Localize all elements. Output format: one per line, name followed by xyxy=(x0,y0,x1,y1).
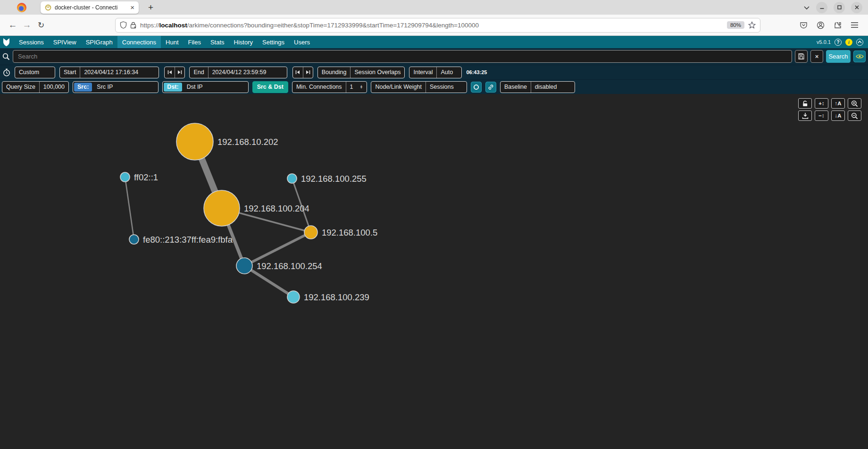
network-graph-canvas[interactable]: 192.168.10.202ff02::1192.168.100.255192.… xyxy=(0,94,868,449)
query-size-select[interactable]: 100,000 xyxy=(40,82,68,93)
zoom-out-icon[interactable] xyxy=(848,110,861,121)
graph-node[interactable] xyxy=(304,226,317,239)
window-minimize-button[interactable] xyxy=(816,2,827,13)
decrease-font-icon[interactable]: ↓A xyxy=(831,110,845,121)
graph-node[interactable] xyxy=(287,174,297,183)
graph-node[interactable] xyxy=(287,291,300,303)
baseline-group: Baseline disabled xyxy=(500,81,575,93)
new-tab-button[interactable]: + xyxy=(148,3,153,12)
version-label: v5.0.1 xyxy=(817,39,831,45)
arkime-navbar: Sessions SPIView SPIGraph Connections Hu… xyxy=(0,36,868,48)
nav-item-connections[interactable]: Connections xyxy=(117,36,161,48)
help-icon[interactable]: ? xyxy=(835,39,842,46)
graph-node[interactable] xyxy=(120,172,130,182)
baseline-select[interactable]: disabled xyxy=(531,82,575,93)
graph-node[interactable] xyxy=(176,123,213,160)
url-scheme: https:// xyxy=(140,22,159,29)
window-maximize-button[interactable] xyxy=(834,2,845,13)
url-bar[interactable]: https://localhost/arkime/connections?bou… xyxy=(115,18,760,33)
graph-node-label: ff02::1 xyxy=(134,172,158,182)
graph-node-label: 192.168.10.202 xyxy=(217,137,278,147)
nav-item-spiview[interactable]: SPIView xyxy=(49,36,81,48)
view-visibility-button[interactable] xyxy=(853,51,866,62)
pocket-icon[interactable] xyxy=(800,21,808,29)
step-back-icon[interactable] xyxy=(293,67,303,78)
graph-node-label: fe80::213:37ff:fea9:fbfa xyxy=(143,235,233,245)
end-time-input[interactable] xyxy=(212,69,283,76)
graph-node[interactable] xyxy=(236,258,252,274)
tracking-shield-icon[interactable] xyxy=(120,21,127,29)
min-connections-input[interactable] xyxy=(350,84,358,90)
connections-graph[interactable]: 192.168.10.202ff02::1192.168.100.255192.… xyxy=(0,94,868,449)
end-label: End xyxy=(190,67,208,78)
nav-item-hunt[interactable]: Hunt xyxy=(161,36,183,48)
window-close-button[interactable] xyxy=(851,2,862,13)
bounding-select[interactable]: Session Overlaps xyxy=(351,67,404,78)
graph-link[interactable] xyxy=(125,177,134,239)
browser-tab-bar: docker-cluster - Connecti × + xyxy=(0,0,868,15)
decrease-node-size-icon[interactable]: −↕ xyxy=(815,110,828,121)
src-and-dst-button[interactable]: Src & Dst xyxy=(252,81,288,93)
bookmark-star-icon[interactable] xyxy=(748,21,756,29)
extensions-puzzle-icon[interactable] xyxy=(834,21,842,29)
interval-select[interactable]: Auto xyxy=(437,67,461,78)
firefox-app-icon[interactable] xyxy=(17,3,26,12)
increase-node-size-icon[interactable]: +↕ xyxy=(815,98,828,109)
zoom-in-icon[interactable] xyxy=(848,98,861,109)
nav-item-spigraph[interactable]: SPIGraph xyxy=(81,36,117,48)
url-text[interactable]: https://localhost/arkime/connections?bou… xyxy=(140,22,723,29)
graph-node[interactable] xyxy=(129,235,139,244)
graph-node-label: 192.168.100.239 xyxy=(304,292,369,302)
dst-field-group: Dst: Dst IP xyxy=(162,81,248,93)
page-zoom-badge[interactable]: 80% xyxy=(727,21,744,29)
spinner-arrows-icon[interactable]: ▲▼ xyxy=(360,85,363,89)
time-range-icon[interactable] xyxy=(3,68,10,76)
step-forward-icon[interactable] xyxy=(303,67,313,78)
unlock-icon[interactable] xyxy=(798,98,812,109)
menu-hamburger-icon[interactable] xyxy=(851,22,859,28)
start-time-input[interactable] xyxy=(84,69,155,76)
min-connections-group: Min. Connections ▲▼ xyxy=(292,81,367,93)
increase-font-icon[interactable]: ↑A xyxy=(831,98,845,109)
min-connections-stepper[interactable]: ▲▼ xyxy=(346,82,367,93)
nav-item-files[interactable]: Files xyxy=(184,36,206,48)
save-view-button[interactable] xyxy=(795,50,808,63)
clear-search-button[interactable]: × xyxy=(810,50,823,63)
nav-item-users[interactable]: Users xyxy=(289,36,315,48)
nav-item-settings[interactable]: Settings xyxy=(258,36,289,48)
start-step-buttons xyxy=(164,67,185,78)
weight-select[interactable]: Sessions xyxy=(426,82,467,93)
browser-tab[interactable]: docker-cluster - Connecti × xyxy=(41,1,139,14)
filter-row: Query Size 100,000 Src: Src IP Dst: Dst … xyxy=(0,79,868,94)
interval-group: Interval Auto xyxy=(409,67,462,78)
step-back-icon[interactable] xyxy=(165,67,175,78)
arkime-logo-icon[interactable] xyxy=(3,38,10,46)
forward-button[interactable]: → xyxy=(20,20,34,30)
reload-button[interactable]: ↻ xyxy=(34,20,48,30)
time-range-value: Custom xyxy=(15,67,43,78)
search-button[interactable]: Search xyxy=(826,50,851,63)
graph-node-label: 192.168.100.254 xyxy=(257,261,322,271)
connection-lock-icon[interactable] xyxy=(130,22,136,29)
nav-item-stats[interactable]: Stats xyxy=(206,36,229,48)
account-icon[interactable] xyxy=(817,21,825,29)
back-button[interactable]: ← xyxy=(6,20,20,30)
nav-item-sessions[interactable]: Sessions xyxy=(14,36,49,48)
link-icon xyxy=(488,84,494,90)
tab-list-chevron-icon[interactable] xyxy=(803,5,810,10)
step-forward-icon[interactable] xyxy=(175,67,184,78)
search-input[interactable] xyxy=(13,50,792,63)
link-dist-button[interactable] xyxy=(485,82,496,93)
info-icon[interactable]: i xyxy=(845,39,852,46)
nav-item-history[interactable]: History xyxy=(229,36,258,48)
src-field-select[interactable]: Src IP xyxy=(93,82,158,93)
node-dist-button[interactable] xyxy=(471,82,482,93)
url-path: /arkime/connections?bounding=either&stop… xyxy=(187,22,479,29)
collapse-navbar-icon[interactable] xyxy=(856,39,863,46)
dst-field-select[interactable]: Dst IP xyxy=(183,82,248,93)
download-icon[interactable] xyxy=(798,110,812,121)
graph-node[interactable] xyxy=(204,190,240,226)
time-range-select[interactable]: Custom xyxy=(15,67,55,78)
tab-close-icon[interactable]: × xyxy=(130,4,134,11)
tab-title: docker-cluster - Connecti xyxy=(55,4,127,11)
